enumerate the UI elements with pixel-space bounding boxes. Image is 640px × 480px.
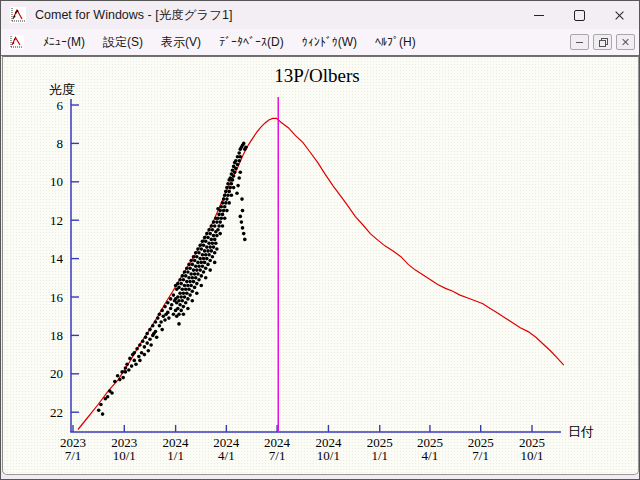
- observation-point: [183, 295, 187, 299]
- observation-point: [239, 155, 243, 159]
- observation-point: [200, 247, 204, 251]
- observation-point: [202, 243, 206, 247]
- observation-point: [194, 251, 198, 255]
- observation-point: [188, 293, 192, 297]
- observation-point: [203, 261, 207, 265]
- observation-point: [186, 284, 190, 288]
- observation-point: [192, 268, 196, 272]
- observation-point: [137, 355, 141, 359]
- observation-point: [200, 261, 204, 265]
- x-tick-label-date: 10/1: [520, 448, 543, 463]
- observation-point: [227, 190, 231, 194]
- observation-point: [220, 217, 224, 221]
- observation-point: [185, 280, 189, 284]
- observation-point: [208, 268, 212, 272]
- observation-point: [163, 305, 167, 309]
- observation-point: [236, 184, 240, 188]
- app-icon light-curve-icon: [10, 7, 26, 23]
- close-button[interactable]: [599, 1, 639, 29]
- y-axis-label: 光度: [49, 82, 75, 97]
- observation-point: [186, 270, 190, 274]
- observation-point: [101, 412, 105, 416]
- observation-point: [212, 220, 216, 224]
- observation-point: [166, 301, 170, 305]
- minimize-button[interactable]: [519, 1, 559, 29]
- observation-point: [241, 226, 245, 230]
- menu-item-database[interactable]: ﾃﾞｰﾀﾍﾞｰｽ(D): [210, 32, 293, 52]
- observation-point: [193, 286, 197, 290]
- observation-point: [195, 255, 199, 259]
- x-tick-label-date: 1/1: [371, 448, 388, 463]
- menu-item-settings[interactable]: 設定(S): [94, 31, 152, 54]
- observation-point: [213, 261, 217, 265]
- observation-point: [203, 249, 207, 253]
- menu-item-menu[interactable]: ﾒﾆｭｰ(M): [34, 32, 94, 52]
- observation-point: [118, 378, 122, 382]
- y-tick-label: 22: [50, 405, 63, 420]
- mdi-restore-button[interactable]: [593, 34, 612, 50]
- observation-point: [216, 217, 220, 221]
- observation-point: [189, 272, 193, 276]
- y-tick-label: 20: [50, 366, 63, 381]
- observation-point: [213, 251, 217, 255]
- observation-point: [196, 272, 200, 276]
- observation-point: [200, 274, 204, 278]
- observation-point: [191, 263, 195, 267]
- observation-point: [202, 270, 206, 274]
- observation-point: [141, 339, 145, 343]
- maximize-icon: [574, 10, 585, 21]
- observation-point: [235, 192, 239, 196]
- observation-point: [225, 186, 229, 190]
- observation-point: [208, 232, 212, 236]
- observation-point: [184, 301, 188, 305]
- menu-item-window[interactable]: ｳｨﾝﾄﾞｳ(W): [293, 32, 366, 52]
- observation-point: [188, 280, 192, 284]
- observation-point: [166, 311, 170, 315]
- observation-point: [215, 247, 219, 251]
- observation-point: [156, 316, 160, 320]
- y-tick-label: 12: [50, 213, 63, 228]
- observation-point: [158, 313, 162, 317]
- observation-point: [193, 259, 197, 263]
- observation-point: [187, 276, 191, 280]
- observation-point: [185, 291, 189, 295]
- observation-point: [204, 266, 208, 270]
- menu-bar: ﾒﾆｭｰ(M) 設定(S) 表示(V) ﾃﾞｰﾀﾍﾞｰｽ(D) ｳｨﾝﾄﾞｳ(W…: [1, 29, 639, 56]
- observation-point: [128, 357, 132, 361]
- menu-item-view[interactable]: 表示(V): [152, 31, 210, 54]
- observation-point: [186, 297, 190, 301]
- menu-item-help[interactable]: ﾍﾙﾌﾟ(H): [366, 32, 425, 52]
- observation-point: [225, 209, 229, 213]
- observation-point: [242, 232, 246, 236]
- mdi-minimize-button[interactable]: [570, 34, 589, 50]
- observation-point: [215, 234, 219, 238]
- observation-point: [138, 359, 142, 363]
- observation-point: [170, 303, 174, 307]
- observation-point: [187, 263, 191, 267]
- observation-point: [148, 328, 152, 332]
- observation-point: [125, 362, 129, 366]
- observation-point: [144, 336, 148, 340]
- y-tick-label: 16: [50, 290, 64, 305]
- observation-point: [133, 351, 137, 355]
- observation-point: [226, 193, 230, 197]
- x-tick-label-date: 10/1: [317, 448, 340, 463]
- chart-title: 13P/Olbers: [274, 65, 360, 86]
- observation-point: [191, 299, 195, 303]
- mdi-close-button[interactable]: [616, 34, 635, 50]
- observation-point: [169, 307, 173, 311]
- maximize-button[interactable]: [559, 1, 599, 29]
- observation-point: [236, 163, 240, 167]
- observation-point: [197, 265, 201, 269]
- observation-point: [204, 240, 208, 244]
- observation-point: [194, 276, 198, 280]
- observation-point: [133, 359, 137, 363]
- observation-point: [187, 288, 191, 292]
- minimize-icon: [534, 15, 544, 16]
- observation-point: [145, 332, 149, 336]
- observation-point: [106, 395, 110, 399]
- window-controls: [519, 1, 639, 29]
- observation-point: [127, 368, 131, 372]
- observation-point: [181, 299, 185, 303]
- observation-point: [234, 159, 238, 163]
